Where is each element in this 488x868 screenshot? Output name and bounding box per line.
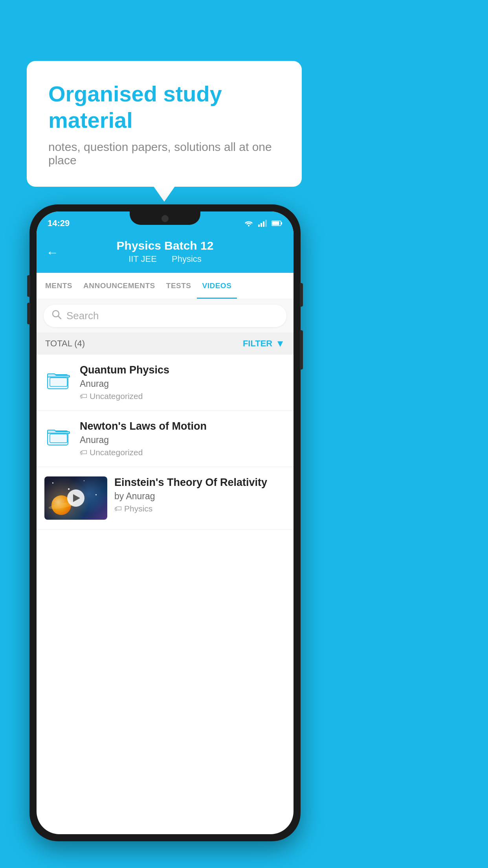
video-item-1[interactable]: Quantum Physics Anurag 🏷 Uncategorized (37, 355, 294, 411)
video-title-3: Einstein's Theory Of Relativity (114, 476, 286, 489)
tag-icon-3: 🏷 (114, 504, 122, 513)
svg-point-0 (248, 225, 250, 226)
wifi-icon (243, 220, 254, 227)
video-info-1: Quantum Physics Anurag 🏷 Uncategorized (80, 364, 286, 401)
filter-bar: TOTAL (4) FILTER ▼ (37, 333, 294, 355)
video-info-3: Einstein's Theory Of Relativity by Anura… (114, 476, 286, 513)
tag-label-3: Physics (124, 504, 152, 513)
status-icons (243, 220, 283, 227)
filter-button[interactable]: FILTER ▼ (243, 338, 285, 349)
play-triangle-icon (73, 494, 80, 502)
video-tag-1: 🏷 Uncategorized (80, 392, 286, 401)
power-button[interactable] (300, 330, 303, 370)
back-button[interactable]: ← (46, 245, 59, 260)
star-2 (68, 488, 70, 490)
tag-label-1: Uncategorized (90, 392, 143, 401)
folder-svg-1 (47, 369, 70, 391)
svg-rect-11 (50, 378, 67, 386)
svg-rect-4 (265, 220, 267, 227)
tab-announcements[interactable]: ANNOUNCEMENTS (78, 273, 161, 299)
video-item-2[interactable]: Newton's Laws of Motion Anurag 🏷 Uncateg… (37, 411, 294, 467)
tabs-bar: MENTS ANNOUNCEMENTS TESTS VIDEOS (37, 273, 294, 299)
filter-label: FILTER (243, 338, 272, 349)
subtitle-iitjee: IIT JEE (128, 254, 157, 264)
tab-videos[interactable]: VIDEOS (197, 273, 237, 299)
video-author-1: Anurag (80, 379, 286, 389)
search-placeholder: Search (66, 310, 99, 322)
search-box[interactable]: Search (44, 305, 286, 327)
svg-rect-3 (263, 221, 264, 227)
star-4 (95, 494, 97, 495)
header-title: Physics Batch 12 (117, 239, 214, 252)
svg-rect-7 (281, 222, 282, 224)
header-subtitle: IIT JEE Physics (125, 254, 205, 264)
bubble-subtitle: notes, question papers, solutions all at… (48, 140, 280, 167)
video-author-3: by Anurag (114, 491, 286, 502)
battery-icon (272, 220, 283, 227)
play-button-3[interactable] (67, 489, 84, 507)
video-list: Quantum Physics Anurag 🏷 Uncategorized (37, 355, 294, 530)
tab-ments[interactable]: MENTS (40, 273, 78, 299)
video-title-1: Quantum Physics (80, 364, 286, 376)
volume-button[interactable] (300, 283, 303, 307)
search-container: Search (37, 299, 294, 333)
phone-notch (130, 211, 200, 225)
search-icon (51, 309, 62, 322)
phone-screen: 14:29 (37, 211, 294, 834)
folder-svg-2 (47, 425, 70, 447)
tag-icon-2: 🏷 (80, 448, 87, 457)
svg-rect-13 (50, 434, 67, 443)
star-1 (52, 482, 53, 484)
total-count: TOTAL (4) (45, 338, 85, 349)
video-info-2: Newton's Laws of Motion Anurag 🏷 Uncateg… (80, 420, 286, 457)
speech-bubble-box: Organised study material notes, question… (27, 61, 302, 187)
tab-tests[interactable]: TESTS (161, 273, 197, 299)
svg-line-9 (58, 316, 61, 319)
folder-icon-2 (44, 422, 73, 450)
star-3 (84, 480, 84, 481)
video-title-2: Newton's Laws of Motion (80, 420, 286, 432)
svg-rect-6 (272, 222, 279, 225)
subtitle-physics: Physics (172, 254, 202, 264)
front-camera (161, 215, 169, 222)
volume-down-button[interactable] (27, 303, 30, 324)
tag-icon-1: 🏷 (80, 392, 87, 401)
volume-up-button[interactable] (27, 275, 30, 297)
video-thumbnail-3 (44, 476, 107, 520)
phone-frame: 14:29 (29, 204, 301, 841)
signal-icon (257, 220, 268, 227)
folder-icon-1 (44, 366, 73, 394)
video-author-2: Anurag (80, 435, 286, 445)
status-time: 14:29 (48, 218, 70, 228)
speech-bubble: Organised study material notes, question… (27, 61, 302, 187)
video-tag-2: 🏷 Uncategorized (80, 448, 286, 457)
bubble-title: Organised study material (48, 81, 280, 133)
tag-label-2: Uncategorized (90, 448, 143, 457)
filter-icon: ▼ (275, 338, 285, 349)
svg-rect-1 (258, 224, 260, 227)
video-tag-3: 🏷 Physics (114, 504, 286, 513)
svg-rect-2 (261, 223, 262, 227)
app-header: ← Physics Batch 12 IIT JEE Physics (37, 232, 294, 273)
video-item-3[interactable]: Einstein's Theory Of Relativity by Anura… (37, 467, 294, 530)
